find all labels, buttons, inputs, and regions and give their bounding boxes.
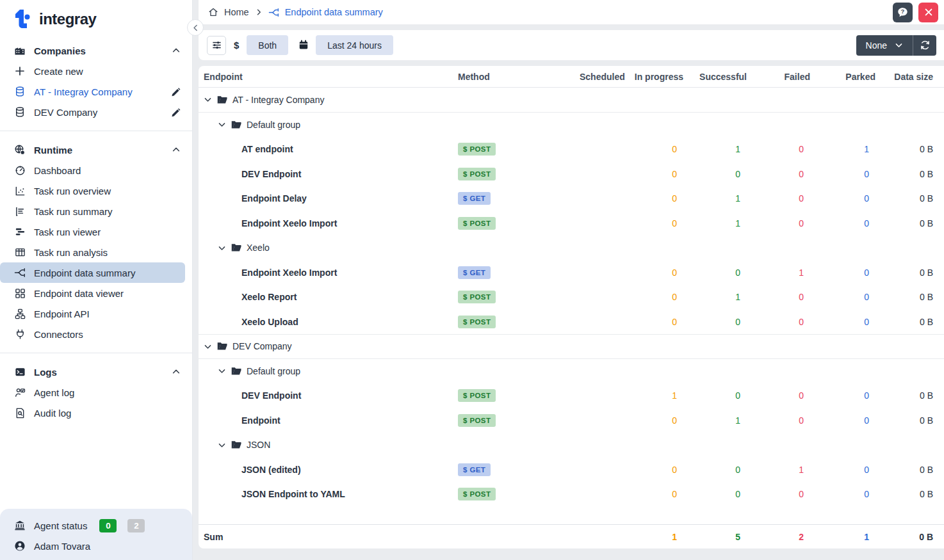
successful-value: 0 [683, 489, 747, 499]
edit-pencil-icon[interactable] [171, 87, 181, 97]
table-row-company[interactable]: DEV Company [199, 334, 944, 359]
chevron-down-icon[interactable] [218, 367, 226, 375]
sidebar-item-task-run-viewer[interactable]: Task run viewer [0, 221, 192, 242]
endpoint-name[interactable]: Xeelo Upload [204, 317, 298, 327]
sidebar-item-company-dev[interactable]: DEV Company [0, 102, 192, 122]
folder-icon [231, 367, 241, 376]
svg-text:?: ? [901, 8, 905, 15]
sidebar-item-endpoint-api[interactable]: Endpoint API [0, 303, 192, 324]
data-size-value: 0 B [875, 489, 933, 499]
nav-item-label: Agent log [34, 387, 74, 398]
agent-status[interactable]: Agent status 0 2 [0, 515, 192, 536]
in-progress-value: 0 [619, 489, 683, 499]
sidebar-section-logs[interactable]: Logs [0, 362, 192, 382]
in-progress-value: 0 [619, 193, 683, 204]
parked-value: 0 [810, 169, 875, 179]
filter-toolbar: $ Both Last 24 hours None [199, 30, 944, 60]
in-progress-value: 0 [619, 268, 683, 278]
column-header-scheduled[interactable]: Scheduled [580, 72, 619, 82]
endpoint-name[interactable]: JSON Endpoint to YAML [204, 489, 345, 499]
endpoint-name[interactable]: JSON (edited) [204, 465, 301, 475]
table-row-group[interactable]: Xeelo [199, 236, 944, 260]
endpoint-name[interactable]: Endpoint Xeelo Import [204, 268, 337, 278]
app-title: integray [39, 10, 96, 28]
column-header-endpoint[interactable]: Endpoint [204, 72, 458, 82]
endpoint-name[interactable]: DEV Endpoint [204, 390, 301, 401]
sidebar-collapse-button[interactable] [187, 19, 204, 36]
chevron-down-icon[interactable] [218, 244, 226, 252]
successful-value: 1 [683, 144, 747, 154]
data-size-value: 0 B [875, 193, 933, 204]
sidebar-item-connectors[interactable]: Connectors [0, 324, 192, 344]
table-row-group[interactable]: Default group [199, 359, 944, 384]
chevron-up-icon[interactable] [172, 367, 181, 376]
breadcrumb-current[interactable]: Endpoint data summary [285, 7, 383, 17]
failed-value: 0 [747, 415, 810, 426]
time-range-select[interactable]: Last 24 hours [316, 35, 393, 55]
sidebar-item-endpoint-data-summary[interactable]: Endpoint data summary [0, 262, 185, 283]
table-sum-row: Sum 1 5 2 1 0 B [199, 524, 944, 548]
column-header-in-progress[interactable]: In progress [619, 72, 683, 82]
edit-pencil-icon[interactable] [171, 108, 181, 117]
method-badge: $ POST [458, 389, 496, 402]
type-filter-select[interactable]: Both [247, 35, 288, 55]
grouping-select[interactable]: None [856, 35, 913, 56]
chevron-down-icon[interactable] [218, 120, 226, 129]
sidebar-section-companies[interactable]: Companies [0, 40, 192, 61]
sidebar-item-task-run-analysis[interactable]: Task run analysis [0, 242, 192, 262]
parked-value: 0 [810, 489, 875, 499]
endpoint-name[interactable]: Endpoint [204, 415, 281, 426]
endpoint-name[interactable]: AT endpoint [204, 144, 293, 154]
chevron-down-icon[interactable] [204, 342, 212, 351]
endpoint-name[interactable]: Endpoint Delay [204, 193, 307, 204]
column-header-successful[interactable]: Successful [683, 72, 747, 82]
table-row-company[interactable]: AT - Integray Company [199, 88, 944, 113]
chevron-up-icon[interactable] [172, 145, 181, 154]
home-icon[interactable] [208, 7, 218, 17]
sidebar-item-endpoint-data-viewer[interactable]: Endpoint data viewer [0, 283, 192, 303]
app-logo[interactable]: integray [0, 0, 192, 38]
divider [0, 353, 192, 353]
chevron-down-icon[interactable] [218, 441, 226, 449]
sidebar-item-dashboard[interactable]: Dashboard [0, 160, 192, 180]
column-header-failed[interactable]: Failed [747, 72, 810, 82]
table-row-group[interactable]: JSON [199, 433, 944, 458]
close-button[interactable] [918, 3, 938, 22]
user-menu[interactable]: Adam Tovara [0, 536, 192, 556]
successful-value: 0 [683, 317, 747, 327]
sidebar-item-agent-log[interactable]: Agent log [0, 382, 192, 403]
column-header-parked[interactable]: Parked [810, 72, 875, 82]
table-row-endpoint: Endpoint $ POST 0 1 0 0 0 B [199, 408, 944, 433]
column-header-data-size[interactable]: Data size [875, 72, 933, 82]
parked-value: 0 [810, 415, 875, 426]
close-icon [924, 8, 933, 17]
agents-offline-badge[interactable]: 2 [127, 519, 145, 532]
calendar-icon [298, 40, 309, 51]
breadcrumb-home[interactable]: Home [224, 7, 249, 17]
endpoint-name[interactable]: Endpoint Xeelo Import [204, 218, 337, 228]
agents-online-badge[interactable]: 0 [99, 519, 117, 532]
in-progress-value: 0 [619, 415, 683, 426]
table-row-group[interactable]: Default group [199, 113, 944, 138]
endpoint-name[interactable]: DEV Endpoint [204, 169, 301, 179]
filters-button[interactable] [207, 36, 226, 55]
chevron-down-icon[interactable] [204, 95, 212, 104]
chevron-up-icon[interactable] [172, 46, 181, 55]
method-badge: $ POST [458, 143, 496, 156]
table-header-row: Endpoint Method Scheduled In progress Su… [199, 66, 944, 88]
data-size-value: 0 B [875, 268, 933, 278]
sidebar-item-audit-log[interactable]: Audit log [0, 403, 192, 423]
nav-item-label: Connectors [34, 329, 83, 340]
sidebar-item-task-run-summary[interactable]: Task run summary [0, 201, 192, 221]
refresh-button[interactable] [913, 35, 936, 56]
sidebar-section-runtime[interactable]: Runtime [0, 140, 192, 160]
help-button[interactable]: ? [893, 3, 913, 22]
parked-value: 0 [810, 218, 875, 228]
endpoint-name[interactable]: Xeelo Report [204, 292, 297, 302]
in-progress-value: 0 [619, 317, 683, 327]
column-header-method[interactable]: Method [458, 72, 580, 82]
failed-value: 0 [747, 317, 810, 327]
sidebar-item-task-run-overview[interactable]: Task run overview [0, 180, 192, 201]
sidebar-item-company-at[interactable]: AT - Integray Company [0, 81, 192, 102]
sidebar-item-create-new[interactable]: Create new [0, 61, 192, 81]
